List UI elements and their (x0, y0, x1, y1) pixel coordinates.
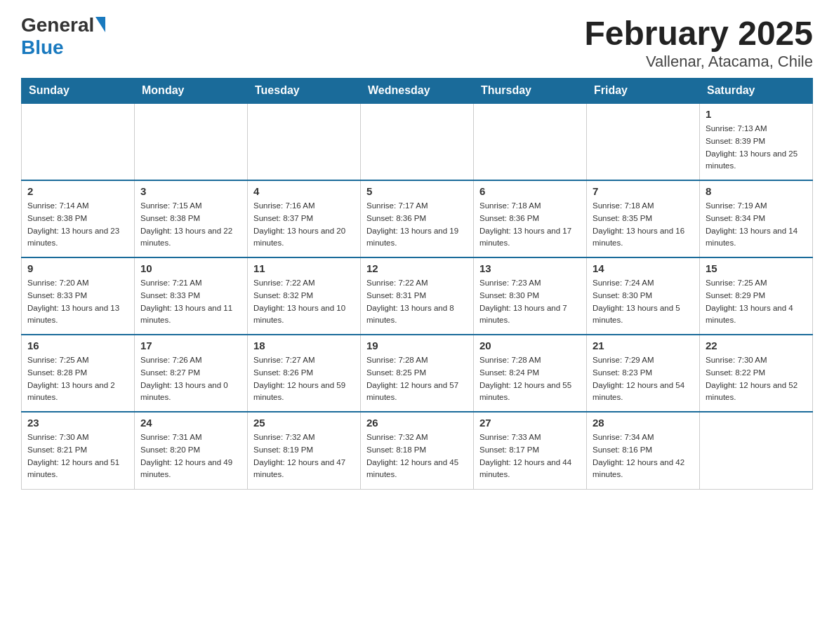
day-info: Sunrise: 7:14 AM Sunset: 8:38 PM Dayligh… (27, 200, 128, 250)
table-row: 3Sunrise: 7:15 AM Sunset: 8:38 PM Daylig… (135, 180, 248, 257)
day-info: Sunrise: 7:34 AM Sunset: 8:16 PM Dayligh… (593, 431, 694, 481)
table-row: 10Sunrise: 7:21 AM Sunset: 8:33 PM Dayli… (135, 257, 248, 335)
day-number: 1 (706, 108, 807, 120)
calendar-week-row: 23Sunrise: 7:30 AM Sunset: 8:21 PM Dayli… (22, 412, 813, 489)
table-row: 16Sunrise: 7:25 AM Sunset: 8:28 PM Dayli… (22, 335, 135, 412)
day-number: 17 (140, 340, 241, 351)
table-row: 18Sunrise: 7:27 AM Sunset: 8:26 PM Dayli… (248, 335, 361, 412)
day-info: Sunrise: 7:30 AM Sunset: 8:22 PM Dayligh… (706, 354, 807, 404)
table-row: 2Sunrise: 7:14 AM Sunset: 8:38 PM Daylig… (22, 180, 135, 257)
table-row: 24Sunrise: 7:31 AM Sunset: 8:20 PM Dayli… (135, 412, 248, 489)
table-row: 21Sunrise: 7:29 AM Sunset: 8:23 PM Dayli… (587, 335, 700, 412)
day-number: 6 (479, 185, 581, 197)
table-row: 4Sunrise: 7:16 AM Sunset: 8:37 PM Daylig… (248, 180, 361, 257)
col-tuesday: Tuesday (248, 79, 361, 104)
day-info: Sunrise: 7:26 AM Sunset: 8:27 PM Dayligh… (140, 354, 241, 404)
table-row: 6Sunrise: 7:18 AM Sunset: 8:36 PM Daylig… (474, 180, 587, 257)
day-number: 26 (366, 417, 468, 429)
table-row (587, 103, 700, 180)
day-number: 19 (366, 340, 468, 351)
day-number: 7 (593, 185, 694, 197)
day-number: 22 (706, 340, 807, 351)
day-info: Sunrise: 7:25 AM Sunset: 8:29 PM Dayligh… (706, 277, 807, 327)
day-info: Sunrise: 7:32 AM Sunset: 8:19 PM Dayligh… (253, 431, 355, 481)
col-thursday: Thursday (474, 79, 587, 104)
day-info: Sunrise: 7:27 AM Sunset: 8:26 PM Dayligh… (253, 354, 355, 404)
day-info: Sunrise: 7:25 AM Sunset: 8:28 PM Dayligh… (27, 354, 128, 404)
col-wednesday: Wednesday (361, 79, 474, 104)
table-row: 5Sunrise: 7:17 AM Sunset: 8:36 PM Daylig… (361, 180, 474, 257)
logo-general: General (21, 14, 94, 36)
table-row: 20Sunrise: 7:28 AM Sunset: 8:24 PM Dayli… (474, 335, 587, 412)
day-number: 14 (593, 262, 694, 274)
table-row (700, 412, 813, 489)
day-number: 28 (593, 417, 694, 429)
logo-triangle-icon (95, 17, 105, 32)
day-info: Sunrise: 7:15 AM Sunset: 8:38 PM Dayligh… (140, 200, 241, 250)
day-number: 27 (479, 417, 581, 429)
day-number: 15 (706, 262, 807, 274)
day-info: Sunrise: 7:19 AM Sunset: 8:34 PM Dayligh… (706, 200, 807, 250)
table-row: 23Sunrise: 7:30 AM Sunset: 8:21 PM Dayli… (22, 412, 135, 489)
table-row: 27Sunrise: 7:33 AM Sunset: 8:17 PM Dayli… (474, 412, 587, 489)
day-info: Sunrise: 7:33 AM Sunset: 8:17 PM Dayligh… (479, 431, 581, 481)
calendar-week-row: 1Sunrise: 7:13 AM Sunset: 8:39 PM Daylig… (22, 103, 813, 180)
calendar-week-row: 9Sunrise: 7:20 AM Sunset: 8:33 PM Daylig… (22, 257, 813, 335)
day-number: 21 (593, 340, 694, 351)
day-info: Sunrise: 7:23 AM Sunset: 8:30 PM Dayligh… (479, 277, 581, 327)
table-row (135, 103, 248, 180)
day-number: 10 (140, 262, 241, 274)
table-row (248, 103, 361, 180)
day-info: Sunrise: 7:21 AM Sunset: 8:33 PM Dayligh… (140, 277, 241, 327)
table-row: 19Sunrise: 7:28 AM Sunset: 8:25 PM Dayli… (361, 335, 474, 412)
day-number: 8 (706, 185, 807, 197)
table-row: 15Sunrise: 7:25 AM Sunset: 8:29 PM Dayli… (700, 257, 813, 335)
col-saturday: Saturday (700, 79, 813, 104)
logo: General Blue (21, 14, 105, 59)
calendar-title: February 2025 (584, 14, 813, 53)
day-number: 11 (253, 262, 355, 274)
day-number: 13 (479, 262, 581, 274)
day-number: 20 (479, 340, 581, 351)
table-row: 7Sunrise: 7:18 AM Sunset: 8:35 PM Daylig… (587, 180, 700, 257)
page-header: General Blue February 2025 Vallenar, Ata… (21, 14, 813, 71)
table-row: 28Sunrise: 7:34 AM Sunset: 8:16 PM Dayli… (587, 412, 700, 489)
day-info: Sunrise: 7:31 AM Sunset: 8:20 PM Dayligh… (140, 431, 241, 481)
day-number: 2 (27, 185, 128, 197)
col-sunday: Sunday (22, 79, 135, 104)
day-info: Sunrise: 7:22 AM Sunset: 8:32 PM Dayligh… (253, 277, 355, 327)
col-monday: Monday (135, 79, 248, 104)
day-number: 16 (27, 340, 128, 351)
day-number: 9 (27, 262, 128, 274)
calendar-week-row: 2Sunrise: 7:14 AM Sunset: 8:38 PM Daylig… (22, 180, 813, 257)
calendar-table: Sunday Monday Tuesday Wednesday Thursday… (21, 78, 813, 490)
calendar-header-row: Sunday Monday Tuesday Wednesday Thursday… (22, 79, 813, 104)
day-number: 18 (253, 340, 355, 351)
col-friday: Friday (587, 79, 700, 104)
day-number: 12 (366, 262, 468, 274)
table-row: 8Sunrise: 7:19 AM Sunset: 8:34 PM Daylig… (700, 180, 813, 257)
table-row: 22Sunrise: 7:30 AM Sunset: 8:22 PM Dayli… (700, 335, 813, 412)
day-number: 5 (366, 185, 468, 197)
day-info: Sunrise: 7:30 AM Sunset: 8:21 PM Dayligh… (27, 431, 128, 481)
day-info: Sunrise: 7:13 AM Sunset: 8:39 PM Dayligh… (706, 123, 807, 173)
day-number: 25 (253, 417, 355, 429)
table-row: 13Sunrise: 7:23 AM Sunset: 8:30 PM Dayli… (474, 257, 587, 335)
day-info: Sunrise: 7:29 AM Sunset: 8:23 PM Dayligh… (593, 354, 694, 404)
day-info: Sunrise: 7:17 AM Sunset: 8:36 PM Dayligh… (366, 200, 468, 250)
day-info: Sunrise: 7:20 AM Sunset: 8:33 PM Dayligh… (27, 277, 128, 327)
day-info: Sunrise: 7:22 AM Sunset: 8:31 PM Dayligh… (366, 277, 468, 327)
table-row (22, 103, 135, 180)
day-info: Sunrise: 7:28 AM Sunset: 8:24 PM Dayligh… (479, 354, 581, 404)
table-row (474, 103, 587, 180)
table-row: 14Sunrise: 7:24 AM Sunset: 8:30 PM Dayli… (587, 257, 700, 335)
logo-blue: Blue (21, 36, 64, 59)
title-block: February 2025 Vallenar, Atacama, Chile (584, 14, 813, 71)
day-info: Sunrise: 7:16 AM Sunset: 8:37 PM Dayligh… (253, 200, 355, 250)
table-row: 9Sunrise: 7:20 AM Sunset: 8:33 PM Daylig… (22, 257, 135, 335)
day-info: Sunrise: 7:28 AM Sunset: 8:25 PM Dayligh… (366, 354, 468, 404)
table-row: 11Sunrise: 7:22 AM Sunset: 8:32 PM Dayli… (248, 257, 361, 335)
day-info: Sunrise: 7:18 AM Sunset: 8:35 PM Dayligh… (593, 200, 694, 250)
day-number: 3 (140, 185, 241, 197)
day-info: Sunrise: 7:32 AM Sunset: 8:18 PM Dayligh… (366, 431, 468, 481)
